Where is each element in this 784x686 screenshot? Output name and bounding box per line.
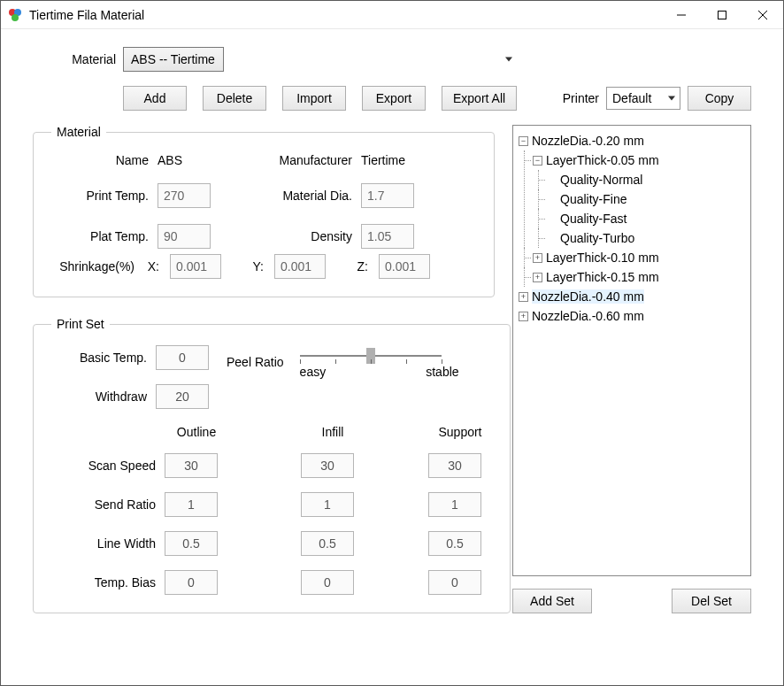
manufacturer-value: Tiertime: [361, 153, 441, 167]
tree-layer-005[interactable]: LayerThick-0.05 mm: [546, 153, 659, 167]
shrinkage-x-input[interactable]: [170, 254, 221, 279]
send-ratio-support[interactable]: [428, 492, 481, 517]
titlebar: Tiertime Fila Material: [1, 1, 783, 29]
app-icon: [8, 8, 22, 22]
manufacturer-label: Manufacturer: [246, 153, 352, 167]
print-temp-label: Print Temp.: [51, 189, 149, 203]
shrinkage-z-label: Z:: [354, 259, 368, 274]
tree-quality-normal[interactable]: Quality-Normal: [560, 173, 642, 187]
shrinkage-y-label: Y:: [250, 259, 264, 274]
material-dia-label: Material Dia.: [246, 189, 352, 203]
name-label: Name: [51, 153, 149, 167]
send-ratio-label: Send Ratio: [51, 497, 156, 512]
window-controls: [661, 1, 783, 29]
shrinkage-z-input[interactable]: [379, 254, 430, 279]
tree-quality-fast[interactable]: Quality-Fast: [560, 212, 626, 226]
close-button[interactable]: [742, 1, 783, 29]
profile-tree[interactable]: −NozzleDia.-0.20 mm −LayerThick-0.05 mm …: [512, 125, 751, 576]
basic-temp-input[interactable]: [156, 345, 209, 370]
tree-quality-turbo[interactable]: Quality-Turbo: [560, 231, 634, 245]
name-value: ABS: [158, 153, 237, 167]
scan-speed-outline[interactable]: [165, 453, 218, 478]
export-button[interactable]: Export: [362, 86, 426, 111]
print-set-legend: Print Set: [51, 317, 110, 331]
temp-bias-outline[interactable]: [165, 570, 218, 595]
tree-expand-icon[interactable]: +: [533, 273, 542, 282]
plat-temp-label: Plat Temp.: [51, 229, 149, 243]
temp-bias-support[interactable]: [428, 570, 481, 595]
line-width-infill[interactable]: [301, 531, 354, 556]
material-group: Material Name ABS Manufacturer Tiertime …: [33, 125, 495, 297]
minimize-button[interactable]: [661, 1, 702, 29]
send-ratio-infill[interactable]: [301, 492, 354, 517]
svg-point-2: [12, 14, 19, 21]
withdraw-label: Withdraw: [51, 389, 147, 404]
print-set-group: Print Set Basic Temp. Withdraw: [33, 317, 511, 613]
density-label: Density: [246, 229, 352, 243]
basic-temp-label: Basic Temp.: [51, 351, 147, 365]
peel-easy-label: easy: [300, 365, 327, 379]
material-label: Material: [33, 52, 116, 66]
withdraw-input[interactable]: [156, 384, 209, 409]
scan-speed-support[interactable]: [428, 453, 481, 478]
line-width-outline[interactable]: [165, 531, 218, 556]
scan-speed-infill[interactable]: [301, 453, 354, 478]
tree-collapse-icon[interactable]: −: [533, 156, 542, 166]
print-temp-input[interactable]: [158, 183, 211, 208]
delete-button[interactable]: Delete: [203, 86, 266, 111]
density-input[interactable]: [361, 224, 414, 249]
line-width-support[interactable]: [428, 531, 481, 556]
material-dia-input[interactable]: [361, 183, 414, 208]
temp-bias-infill[interactable]: [301, 570, 354, 595]
scan-speed-label: Scan Speed: [51, 459, 156, 473]
maximize-button[interactable]: [702, 1, 742, 29]
svg-rect-4: [719, 11, 726, 19]
tree-expand-icon[interactable]: +: [519, 292, 528, 302]
shrinkage-x-label: X:: [145, 259, 159, 274]
window-title: Tiertime Fila Material: [29, 8, 661, 22]
temp-bias-label: Temp. Bias: [51, 575, 156, 590]
peel-ratio-slider[interactable]: [300, 355, 442, 357]
tree-layer-010[interactable]: LayerThick-0.10 mm: [546, 251, 659, 265]
copy-button[interactable]: Copy: [688, 86, 751, 111]
add-button[interactable]: Add: [123, 86, 187, 111]
tree-expand-icon[interactable]: +: [519, 312, 528, 321]
col-support-header: Support: [428, 425, 492, 439]
tree-nozzle-060[interactable]: NozzleDia.-0.60 mm: [532, 309, 644, 323]
tree-quality-fine[interactable]: Quality-Fine: [560, 192, 626, 206]
plat-temp-input[interactable]: [158, 224, 211, 249]
app-window: Tiertime Fila Material Material ABS -- T…: [0, 0, 784, 686]
material-group-legend: Material: [51, 125, 106, 139]
tree-nozzle-020[interactable]: NozzleDia.-0.20 mm: [532, 134, 644, 148]
tree-collapse-icon[interactable]: −: [519, 136, 528, 146]
import-button[interactable]: Import: [282, 86, 346, 111]
shrinkage-y-input[interactable]: [274, 254, 326, 279]
peel-stable-label: stable: [426, 365, 458, 379]
material-select[interactable]: ABS -- Tiertime: [123, 47, 224, 72]
col-outline-header: Outline: [165, 425, 228, 439]
add-set-button[interactable]: Add Set: [512, 589, 592, 613]
del-set-button[interactable]: Del Set: [672, 589, 751, 613]
line-width-label: Line Width: [51, 536, 156, 551]
printer-label: Printer: [563, 91, 599, 105]
shrinkage-label: Shrinkage(%): [51, 259, 135, 274]
tree-layer-015[interactable]: LayerThick-0.15 mm: [546, 270, 659, 284]
col-infill-header: Infill: [301, 425, 365, 439]
send-ratio-outline[interactable]: [165, 492, 218, 517]
export-all-button[interactable]: Export All: [442, 86, 517, 111]
peel-ratio-label: Peel Ratio: [227, 355, 284, 369]
tree-nozzle-040[interactable]: NozzleDia.-0.40 mm: [532, 289, 644, 304]
tree-expand-icon[interactable]: +: [533, 253, 542, 263]
printer-select[interactable]: Default: [606, 87, 680, 110]
